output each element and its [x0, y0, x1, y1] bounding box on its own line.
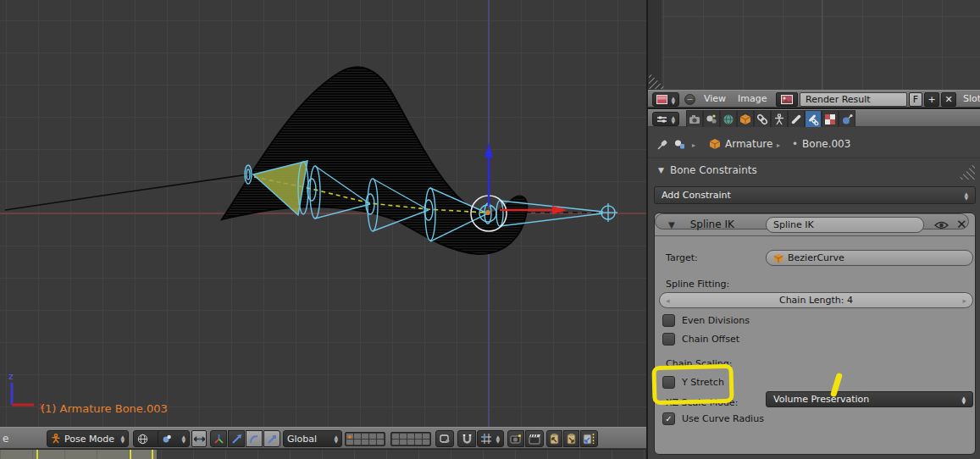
mode-dropdown[interactable]: Pose Mode ▲▼: [47, 430, 129, 447]
use-curve-radius-row[interactable]: ✓ Use Curve Radius: [662, 412, 764, 425]
3d-viewport[interactable]: z x (1) Armature Bone.003: [0, 0, 646, 427]
manipulator-translate-axis-button[interactable]: [210, 430, 227, 447]
pose-man-icon: [51, 434, 61, 444]
render-anim-icon: [529, 434, 541, 445]
chain-offset-label: Chain Offset: [682, 334, 739, 345]
rotate-arc-icon: [249, 434, 260, 445]
spline-ik-constraint-panel: ▼ Spline IK Spline IK ✕ Target: BezierCu…: [654, 213, 976, 455]
image-menu[interactable]: Image: [738, 93, 767, 104]
bone-name: Bone.003: [802, 138, 850, 150]
unlink-image-button[interactable]: ✕: [941, 92, 956, 107]
paste-pose-icon: [566, 433, 577, 445]
manipulator-toggle-icon: [194, 434, 205, 445]
pivot-point-dropdown[interactable]: ▲▼: [158, 430, 190, 447]
tab-object-constraints[interactable]: [754, 110, 771, 128]
constraint-collapse-icon[interactable]: ▼: [668, 220, 675, 230]
keyframe-marker[interactable]: [152, 450, 153, 459]
image-datablock-icon: [781, 95, 793, 104]
breadcrumb-separator: ▸: [692, 141, 695, 149]
pin-icon[interactable]: [656, 138, 669, 151]
particles-tab-icon: [841, 113, 853, 125]
snap-element-dropdown[interactable]: ▲▼: [477, 430, 504, 447]
tab-armature-data[interactable]: [771, 110, 788, 128]
target-field[interactable]: BezierCurve: [766, 250, 973, 266]
constraint-type-label: Spline IK: [690, 218, 734, 230]
slot-label[interactable]: Slot: [963, 93, 980, 104]
eye-icon[interactable]: [934, 220, 949, 230]
panel-corner-widget[interactable]: [958, 163, 975, 180]
editor-type-button[interactable]: ▲▼: [652, 92, 679, 107]
center-points-button[interactable]: [435, 430, 454, 447]
render-animation-button[interactable]: [525, 430, 544, 447]
add-constraint-dropdown[interactable]: Add Constraint ▲▼: [654, 186, 976, 204]
browse-image-button[interactable]: [776, 92, 798, 107]
image-name-field[interactable]: Render Result: [800, 92, 907, 107]
mini-axis-gizmo: z x: [8, 371, 45, 412]
axis-z-label: z: [8, 371, 14, 382]
constraints-tab-icon: [756, 113, 768, 125]
use-curve-radius-checkbox[interactable]: ✓: [662, 412, 675, 425]
copy-pose-button[interactable]: [546, 430, 562, 447]
minus-icon: −: [687, 95, 694, 103]
layers-grid-1[interactable]: [345, 432, 385, 446]
bone-tab-icon: [790, 113, 802, 125]
render-still-icon: [510, 434, 522, 445]
manipulator-translate-button[interactable]: [228, 430, 245, 447]
tab-render[interactable]: [686, 110, 703, 128]
pose-menu-fragment[interactable]: e: [3, 433, 8, 445]
tab-bone[interactable]: [788, 110, 805, 128]
tab-scene[interactable]: [703, 110, 720, 128]
chain-offset-row[interactable]: Chain Offset: [662, 333, 739, 346]
tab-texture[interactable]: [822, 110, 839, 128]
paste-pose-button[interactable]: [563, 430, 579, 447]
tab-world[interactable]: [720, 110, 737, 128]
layers-grid-2[interactable]: [390, 432, 431, 446]
panel-title: Bone Constraints: [670, 164, 757, 176]
properties-header: ▲▼: [648, 109, 980, 127]
center-points-icon: [439, 433, 451, 445]
render-still-button[interactable]: [507, 430, 524, 447]
chain-offset-checkbox[interactable]: [662, 333, 675, 346]
manipulator-toggle[interactable]: [191, 430, 207, 447]
chain-length-slider[interactable]: ◂ Chain Length: 4 ▸: [659, 292, 973, 308]
constraint-name-field[interactable]: Spline IK: [766, 217, 924, 233]
breadcrumb-object[interactable]: Armature: [709, 138, 772, 150]
image-editor-icon: [656, 95, 667, 104]
snap-toggle-button[interactable]: [457, 430, 476, 447]
constraint-header: ▼ Spline IK Spline IK ✕: [655, 213, 975, 236]
tab-object[interactable]: [737, 110, 754, 128]
pivot-icon: [162, 434, 172, 444]
breadcrumb: ▸ Armature ▸ • Bone.003: [648, 132, 980, 158]
editor-type-button[interactable]: ▲▼: [652, 112, 679, 126]
world-tab-icon: [723, 113, 734, 125]
delete-constraint-icon[interactable]: ✕: [956, 217, 967, 232]
pin-image-toggle[interactable]: −: [684, 94, 695, 105]
manipulator-rotate-button[interactable]: [246, 430, 263, 447]
even-divisions-row[interactable]: Even Divisions: [662, 314, 750, 327]
keyframe-marker[interactable]: [36, 450, 38, 459]
view-menu[interactable]: View: [704, 93, 726, 104]
paste-flipped-pose-button[interactable]: [580, 430, 598, 447]
tab-bone-constraints[interactable]: [805, 110, 822, 128]
new-image-button[interactable]: +: [924, 92, 939, 107]
image-editor-header: ▲▼ − View Image Render Result F + ✕ Slot: [648, 90, 980, 108]
timeline-preview-range[interactable]: [0, 450, 157, 459]
panel-collapse-icon[interactable]: ▼: [658, 166, 664, 174]
image-editor-canvas[interactable]: [648, 0, 980, 90]
fake-user-button[interactable]: F: [909, 92, 922, 107]
panel-header[interactable]: ▼ Bone Constraints: [648, 161, 980, 180]
keyframe-marker[interactable]: [130, 450, 131, 459]
mesh-surface[interactable]: [222, 67, 527, 254]
even-divisions-checkbox[interactable]: [662, 314, 675, 327]
tab-particles[interactable]: [839, 110, 855, 128]
canvas-major-gridline: [822, 0, 822, 90]
breadcrumb-bone[interactable]: • Bone.003: [792, 138, 850, 150]
viewport-scene: z x: [0, 0, 646, 427]
blender-window: z x (1) Armature Bone.003 e Pose Mode ▲▼…: [0, 0, 980, 459]
armature-tab-icon: [773, 113, 785, 125]
bezier-curve[interactable]: [5, 174, 248, 210]
xz-scale-mode-dropdown[interactable]: Volume Preservation ▲▼: [766, 391, 973, 407]
orientation-dropdown[interactable]: Global ▲▼: [283, 430, 342, 447]
object-data-icon[interactable]: [673, 138, 686, 151]
manipulator-scale-button[interactable]: [263, 430, 280, 447]
